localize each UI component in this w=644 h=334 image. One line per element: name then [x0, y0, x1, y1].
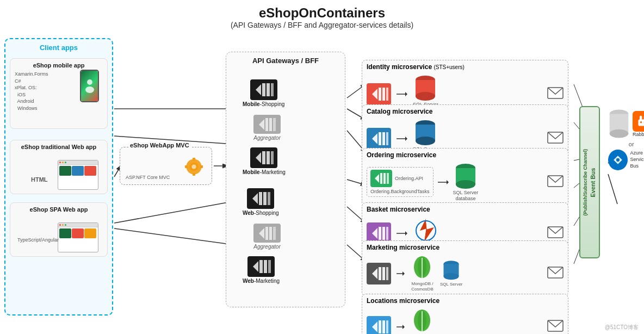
svg-rect-30	[262, 83, 265, 96]
ordering-inner-box: Ordering.API Ordering.BackgroundTasks	[367, 167, 434, 197]
svg-rect-51	[264, 260, 267, 273]
ordering-microservice: Ordering microservice Ordering.API Or	[362, 148, 568, 207]
marketing-microservice: Marketing microservice Mongo	[362, 240, 568, 296]
title-section: eShopOnContainers (API Gateways / BFF an…	[5, 5, 639, 29]
svg-point-121	[640, 121, 642, 123]
mobile-app-card: eShop mobile app Xamarin.FormsC#xPlat. O…	[10, 58, 108, 129]
mobile-app-desc: Xamarin.FormsC#xPlat. OS: iOS Android Wi…	[15, 71, 48, 112]
svg-point-71	[416, 137, 435, 145]
browser-mockup	[58, 160, 98, 190]
aggregator-2-label: Aggregator	[253, 244, 280, 250]
catalog-svc-icon	[367, 128, 391, 150]
svg-point-123	[616, 158, 620, 162]
marketing-db-label: MongoDB /CosmosDB	[411, 281, 433, 292]
web-shopping-label: Web-Shopping	[243, 210, 279, 216]
svg-rect-40	[271, 151, 274, 164]
svg-marker-45	[259, 228, 264, 239]
svg-marker-53	[372, 89, 377, 100]
svg-rect-65	[382, 132, 385, 145]
svg-rect-93	[379, 267, 381, 280]
svg-line-4	[114, 201, 234, 223]
svg-rect-94	[382, 267, 385, 280]
web-marketing-gw: Web-Marketing	[243, 256, 280, 284]
svg-marker-68	[405, 137, 407, 141]
spa-app-card: eShop SPA Web app TypeScript/Angular	[10, 202, 108, 257]
svg-line-19	[608, 174, 617, 204]
ordering-envelope	[547, 175, 564, 189]
svg-rect-108	[386, 320, 388, 333]
svg-rect-76	[387, 173, 389, 184]
svg-rect-39	[267, 151, 270, 164]
mobile-shopping-label: Mobile-Shopping	[243, 101, 284, 107]
svg-rect-75	[383, 173, 386, 184]
marketing-db2: SQL Server	[440, 260, 463, 287]
ordering-db-label: SQL Serverdatabase	[453, 190, 479, 202]
svg-point-81	[456, 180, 475, 189]
svg-marker-58	[405, 92, 407, 96]
svg-marker-73	[375, 174, 379, 183]
svg-marker-49	[253, 261, 258, 272]
svg-rect-31	[267, 83, 270, 96]
webapp-mvc-box: eShop WebApp MVC ASP.NFT Core MVC	[120, 147, 212, 185]
spa-label: TypeScript/Angular	[17, 237, 59, 243]
mobile-marketing-gw: Mobile-Marketing	[243, 147, 286, 175]
web-app-card: eShop traditional Web app HTML	[10, 140, 108, 194]
ordering-bgtasks-label: Ordering.BackgroundTasks	[370, 189, 430, 194]
svg-marker-78	[447, 180, 449, 184]
azure-bus-label: AzureService Bus	[630, 150, 644, 169]
svg-point-24	[192, 165, 196, 169]
svg-marker-63	[372, 133, 377, 144]
identity-ms-label: Identity microservice (STS+users)	[362, 60, 568, 72]
phone-mockup	[80, 70, 99, 102]
svg-rect-56	[386, 88, 388, 101]
marketing-envelope	[547, 267, 564, 281]
svg-marker-92	[372, 268, 377, 279]
html-label: HTML	[31, 176, 48, 183]
svg-rect-85	[382, 227, 385, 240]
phone-screen	[81, 71, 98, 101]
locations-envelope	[547, 320, 564, 334]
svg-rect-54	[379, 88, 381, 101]
locations-ms-label: Locations microservice	[362, 294, 568, 306]
svg-rect-44	[268, 192, 270, 205]
svg-marker-110	[403, 325, 405, 329]
svg-rect-52	[268, 260, 271, 273]
mobile-marketing-label: Mobile-Marketing	[243, 169, 286, 175]
rabbitmq-icon	[633, 111, 644, 132]
catalog-envelope	[547, 132, 564, 146]
svg-point-103	[444, 273, 459, 280]
rabbitmq-label: RabbitMQ	[633, 132, 644, 137]
marketing-svc-icon	[367, 263, 391, 284]
basket-envelope	[547, 226, 564, 240]
svg-rect-48	[273, 227, 276, 240]
svg-marker-97	[403, 271, 405, 276]
svg-rect-107	[382, 320, 385, 333]
event-bus: (Publish/Subscribe Channel) Event Bus	[579, 106, 600, 258]
svg-rect-32	[271, 83, 274, 96]
svg-rect-106	[379, 320, 381, 333]
identity-svc-icon	[367, 83, 391, 105]
web-app-title: eShop traditional Web app	[15, 144, 103, 150]
svg-point-117	[610, 129, 629, 138]
svg-rect-36	[273, 118, 276, 131]
svg-rect-64	[379, 132, 381, 145]
watermark: @51CTO博客	[605, 324, 639, 331]
svg-rect-50	[259, 260, 263, 273]
svg-point-21	[85, 86, 94, 93]
event-bus-text: (Publish/Subscribe Channel) Event Bus	[583, 149, 597, 216]
client-apps-label: Client apps	[40, 44, 78, 52]
marketing-db2-label: SQL Server	[440, 282, 463, 287]
svg-rect-74	[380, 173, 382, 184]
main-title: eShopOnContainers	[5, 5, 639, 21]
ordering-api-label: Ordering.API	[395, 176, 423, 181]
svg-marker-41	[252, 193, 258, 204]
web-shopping-gw: Web-Shopping	[243, 188, 279, 216]
svg-rect-34	[265, 118, 268, 131]
main-container: eShopOnContainers (API Gateways / BFF an…	[0, 0, 644, 334]
svg-marker-37	[256, 152, 261, 163]
svg-rect-27	[185, 165, 188, 168]
web-marketing-label: Web-Marketing	[243, 278, 280, 284]
svg-line-5	[114, 228, 234, 245]
svg-marker-29	[256, 84, 261, 95]
svg-rect-55	[382, 88, 385, 101]
